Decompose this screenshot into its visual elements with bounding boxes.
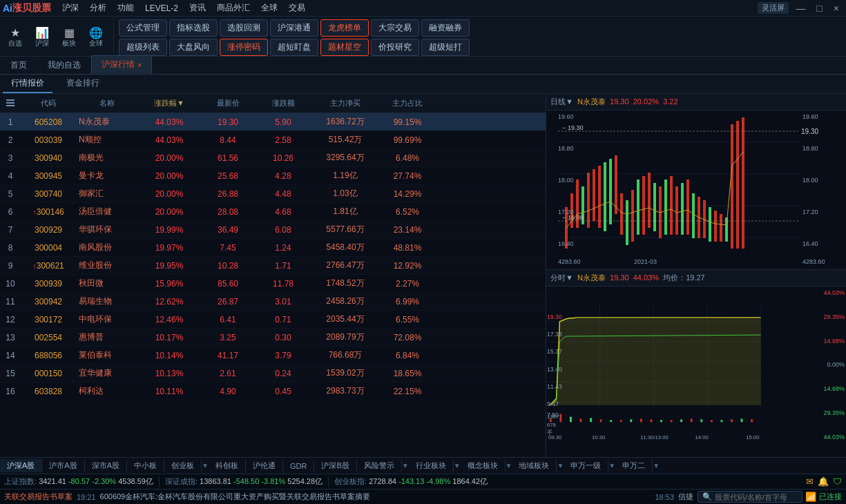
shield-icon[interactable]: 🛡 (833, 476, 842, 487)
td-price: 85.60 (200, 279, 256, 289)
pct-label-6: 29.35% (811, 409, 845, 416)
search-box[interactable]: 🔍 (698, 491, 802, 503)
td-code: 300945 (21, 171, 76, 181)
svg-text:18.80: 18.80 (558, 145, 574, 152)
sub-tab-quotes[interactable]: 行情报价 (3, 75, 52, 93)
signal-icon: 📶 (805, 492, 816, 502)
btab-arrow-risk[interactable]: ▼ (402, 462, 409, 469)
btn-theme[interactable]: 题材星空 (320, 39, 369, 56)
btn-market-trend[interactable]: 大盘风向 (169, 39, 218, 56)
menu-level2[interactable]: LEVEL-2 (140, 3, 184, 13)
menu-trade[interactable]: 交易 (283, 2, 311, 14)
table-row[interactable]: 3 300940 南极光 20.00% 61.56 10.26 3295.64万… (0, 149, 546, 167)
table-row[interactable]: 4 300945 曼卡龙 20.00% 25.68 4.28 1.19亿 27.… (0, 167, 546, 185)
table-row[interactable]: 14 688056 莱伯泰科 10.14% 41.17 3.79 766.68万… (0, 347, 546, 365)
svg-text:13.40: 13.40 (547, 366, 562, 373)
btab-arrow-sw2[interactable]: ▼ (653, 462, 660, 469)
toolbar-husheng[interactable]: 📊 沪深 (30, 29, 55, 47)
flexible-screen-btn[interactable]: 灵活屏 (758, 2, 789, 14)
minute-period-label[interactable]: 分时 (550, 273, 566, 282)
btab-b[interactable]: 沪深B股 (314, 459, 356, 472)
table-row[interactable]: 2 003039 N顺控 44.03% 8.44 2.58 515.42万 99… (0, 131, 546, 149)
td-num: 7 (0, 225, 21, 235)
menu-analysis[interactable]: 分析 (84, 2, 112, 14)
btab-sme[interactable]: 中小板 (127, 459, 164, 472)
btab-sh-a[interactable]: 沪深A股 (0, 459, 42, 472)
news-text-1[interactable]: 600609金杯汽车:金杯汽车股份有限公司重大资产购买暨关联交易报告书草案摘要 (100, 492, 651, 502)
btab-sector[interactable]: 行业板块 (409, 459, 454, 472)
window-minimize[interactable]: — (791, 3, 809, 14)
menu-news[interactable]: 资讯 (184, 2, 211, 14)
btab-arrow-region[interactable]: ▼ (557, 462, 564, 469)
btab-gdr[interactable]: GDR (283, 461, 314, 472)
td-code: 300172 (21, 315, 76, 324)
btn-select-backtest[interactable]: 选股回测 (220, 19, 268, 37)
btab-sw2[interactable]: 申万二 (615, 459, 653, 472)
btn-hk-connect[interactable]: 沪深港通 (270, 19, 318, 37)
btn-dragon-tiger[interactable]: 龙虎榜单 (320, 19, 369, 37)
toolbar-zixuan[interactable]: ★ 自选 (3, 29, 28, 47)
btn-value[interactable]: 价投研究 (371, 39, 419, 56)
td-price: 2.61 (200, 369, 256, 378)
btab-arrow-gem[interactable]: ▼ (202, 462, 209, 469)
btn-formula[interactable]: 公式管理 (119, 19, 167, 37)
table-row[interactable]: 9 ↑300621 维业股份 19.95% 10.28 1.71 2766.47… (0, 257, 546, 275)
td-netbuy: 5458.40万 (311, 242, 380, 253)
btn-block-trade[interactable]: 大宗交易 (371, 19, 419, 37)
table-row[interactable]: 7 300929 华骐环保 19.99% 36.49 6.08 5577.66万… (0, 221, 546, 239)
menu-function[interactable]: 功能 (112, 2, 140, 14)
btab-region[interactable]: 地域板块 (512, 459, 557, 472)
search-input[interactable] (715, 493, 798, 501)
btn-super-short[interactable]: 超级短打 (421, 39, 470, 56)
td-ratio: 6.99% (380, 297, 435, 307)
table-row[interactable]: 5 300740 御家汇 20.00% 26.88 4.48 1.03亿 14.… (0, 185, 546, 203)
btab-arrow-sw1[interactable]: ▼ (608, 462, 615, 469)
btn-indicator-select[interactable]: 指标选股 (169, 19, 218, 37)
btn-margin[interactable]: 融资融券 (421, 19, 470, 37)
svg-text:678: 678 (547, 422, 556, 428)
td-price: 41.17 (200, 351, 256, 360)
svg-text:10:30: 10:30 (592, 434, 605, 440)
btab-star[interactable]: 科创板 (209, 459, 246, 472)
toolbar-bankuai[interactable]: ▦ 板块 (57, 29, 81, 47)
th-change[interactable]: 涨跌幅▼ (138, 98, 200, 108)
tab-home[interactable]: 首页 (0, 56, 37, 74)
btab-sz-a[interactable]: 深市A股 (85, 459, 127, 472)
window-close[interactable]: × (829, 3, 843, 14)
table-row[interactable]: 8 300004 南风股份 19.97% 7.45 1.24 5458.40万 … (0, 239, 546, 257)
table-row[interactable]: 15 000150 宜华健康 10.13% 2.61 0.24 1539.02万… (0, 365, 546, 382)
btn-short-term[interactable]: 超短盯盘 (270, 39, 318, 56)
btab-hk[interactable]: 沪伦通 (246, 459, 283, 472)
btn-super-list[interactable]: 超级列表 (119, 39, 167, 56)
btab-risk[interactable]: 风险警示 (357, 459, 402, 472)
bell-icon[interactable]: 🔔 (818, 476, 829, 487)
svg-rect-36 (720, 214, 722, 242)
menu-global[interactable]: 全球 (256, 2, 283, 14)
menu-husheng[interactable]: 沪深 (57, 2, 84, 14)
table-row[interactable]: 13 002554 惠博普 10.17% 3.25 0.30 2089.79万 … (0, 329, 546, 347)
table-row[interactable]: 12 300172 中电环保 12.46% 6.41 0.71 2035.44万… (0, 311, 546, 329)
menu-commodity[interactable]: 商品外汇 (211, 2, 256, 14)
table-row[interactable]: 6 ↑300146 汤臣倍健 20.00% 28.08 4.68 1.81亿 6… (0, 203, 546, 221)
btab-sw1[interactable]: 申万一级 (564, 459, 608, 472)
btn-limit-up[interactable]: 涨停密码 (220, 39, 268, 56)
window-maximize[interactable]: □ (812, 3, 826, 14)
btab-arrow-sector[interactable]: ▼ (454, 462, 461, 469)
sub-tab-capital[interactable]: 资金排行 (58, 75, 108, 93)
btab-sh-a2[interactable]: 沪市A股 (42, 459, 84, 472)
news-text-2[interactable]: 信捷 (678, 492, 693, 502)
toolbar-global[interactable]: 🌐 全球 (84, 29, 108, 47)
table-row[interactable]: 11 300942 易瑞生物 12.62% 26.87 3.01 2458.26… (0, 293, 546, 311)
table-row[interactable]: 10 300939 秋田微 15.96% 85.60 11.78 1748.52… (0, 275, 546, 293)
day-period-label[interactable]: 日线 (550, 97, 566, 106)
tab-close-icon[interactable]: × (137, 61, 142, 69)
tab-market[interactable]: 沪深行情 × (91, 55, 152, 74)
btab-gem[interactable]: 创业板 (164, 459, 202, 472)
svg-rect-88 (741, 418, 743, 422)
table-row[interactable]: 1 605208 N永茂泰 44.03% 19.30 5.90 1636.72万… (0, 113, 546, 131)
btab-concept[interactable]: 概念板块 (461, 459, 506, 472)
mail-icon[interactable]: ✉ (806, 476, 814, 487)
table-row[interactable]: 16 603828 柯利达 10.11% 4.90 0.45 2983.73万 … (0, 382, 546, 400)
btab-arrow-concept[interactable]: ▼ (506, 462, 512, 469)
tab-my-watchlist[interactable]: 我的自选 (37, 56, 91, 74)
